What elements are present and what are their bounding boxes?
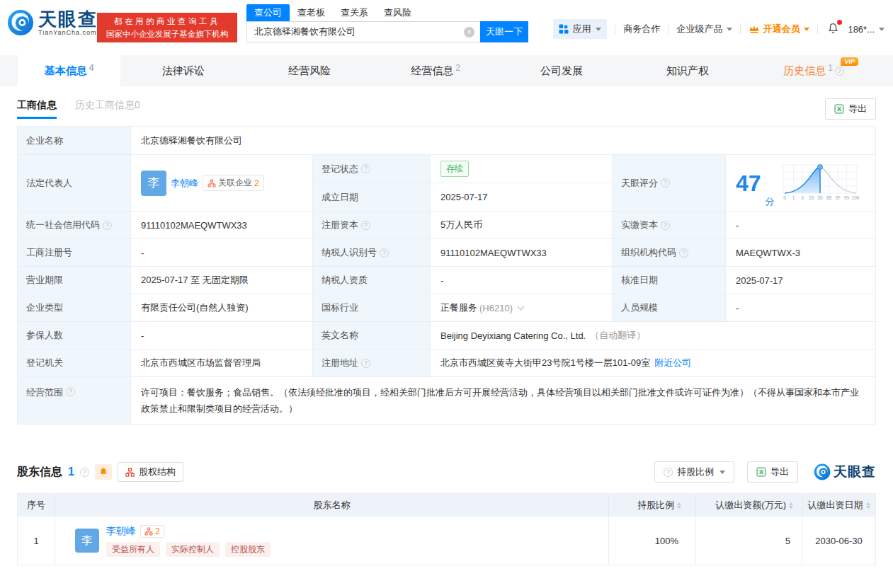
open-vip-menu[interactable]: 开通会员 [749,23,809,35]
search-tab-risk[interactable]: 查风险 [376,4,419,21]
svg-text:97: 97 [835,195,841,200]
score-value: 47 [736,172,761,195]
column-header-ratio[interactable]: 持股比例 [609,494,696,517]
field-label: 注册地址? [313,350,431,377]
help-icon[interactable]: ? [835,67,844,76]
legal-rep-cell: 李 李朝峰 关联企业 2 [131,155,313,212]
search-tab-company[interactable]: 查公司 [246,4,290,21]
tab-history-info[interactable]: VIP 历史信息 1 ? [751,55,877,86]
avatar[interactable]: 李 [141,171,166,196]
holding-ratio-filter[interactable]: ? 持股比例 [654,461,734,483]
score-unit: 分 [766,195,775,208]
shareholders-table: 序号 股东名称 持股比例 认缴出资额(万元) 认缴出资日期 1 李 李朝峰 [17,493,876,565]
score-curve-chart: 0 1 3 15 50 85 97 99 100 [782,163,860,203]
column-header-amount[interactable]: 认缴出资额(万元) [696,494,802,517]
field-label: 天眼评分? [613,155,726,212]
tab-operation-info[interactable]: 经营信息2 [372,55,499,86]
equity-structure-button[interactable]: 股权结构 [118,462,183,482]
svg-text:50: 50 [817,195,823,200]
field-label: 注册资本? [313,212,431,239]
account-menu[interactable]: 186*... [848,24,885,35]
shareholder-name-link[interactable]: 李朝峰 [106,525,136,538]
export-button[interactable]: X 导出 [825,98,876,120]
field-label: 企业类型 [18,294,131,322]
search-button[interactable]: 天眼一下 [480,21,528,42]
chevron-down-icon[interactable] [518,304,525,311]
subtab-business-info[interactable]: 工商信息 [17,99,57,119]
related-companies-badge[interactable]: 2 [140,525,164,538]
tab-company-development[interactable]: 公司发展 [499,55,625,86]
tab-basic-info[interactable]: 基本信息4 [18,55,120,86]
field-label: 国标行业 [313,294,431,322]
sort-icon[interactable] [677,502,681,509]
holding-ratio: 100% [609,517,696,565]
insured-count: - [131,322,313,350]
tab-legal[interactable]: 法律诉讼 [120,55,246,86]
help-icon[interactable]: ? [80,468,89,477]
field-label: 营业期限 [18,267,131,294]
avatar[interactable]: 李 [75,529,99,553]
column-header-date[interactable]: 认缴出资日期 [802,494,875,517]
svg-text:3: 3 [801,195,804,200]
notification-dot [837,20,842,25]
business-info-table: 企业名称 北京德驿湘餐饮有限公司 法定代表人 李 李朝峰 关联企业 2 登记状态… [17,126,876,425]
org-chart-icon [144,527,153,536]
tab-operation-risk[interactable]: 经营风险 [246,55,372,86]
export-button[interactable]: X 导出 [747,461,798,483]
top-header: 天眼查 TianYanCha.com 都在用的商业查询工具 国家中小企业发展子基… [0,0,893,44]
help-icon[interactable]: ? [679,248,688,258]
shareholders-header: 股东信息 1 ? 股权结构 ? 持股比例 X [17,461,876,483]
svg-text:85: 85 [826,195,831,200]
help-icon[interactable]: ? [361,359,370,368]
enterprise-products-menu[interactable]: 企业级产品 [676,23,732,35]
notifications-bell[interactable] [827,22,839,37]
help-icon[interactable]: ? [361,221,370,230]
org-chart-icon [207,179,216,188]
help-icon[interactable]: ? [103,221,112,230]
field-label: 人员规模 [613,294,726,322]
svg-text:0: 0 [783,195,786,200]
business-scope: 许可项目：餐饮服务；食品销售。（依法须经批准的项目，经相关部门批准后方可开展经营… [131,377,875,424]
tianyancha-logo-icon [814,463,831,480]
help-icon[interactable]: ? [66,387,75,396]
business-cooperation-link[interactable]: 商务合作 [623,23,660,35]
section-tabbar: 基本信息4 法律诉讼 经营风险 经营信息2 公司发展 知识产权 VIP 历史信息… [0,55,893,86]
establish-date: 2025-07-17 [431,183,613,212]
help-icon[interactable]: ? [661,178,670,188]
tianyan-score-cell[interactable]: 47 分 0 1 3 [726,155,875,212]
monitor-bell-button[interactable] [95,464,112,480]
search-input[interactable] [246,21,480,42]
tab-intellectual-property[interactable]: 知识产权 [625,55,751,86]
nearby-companies-link[interactable]: 附近公司 [654,357,691,369]
excel-icon: X [834,104,844,114]
svg-text:99: 99 [843,195,849,200]
search-tab-boss[interactable]: 查老板 [290,4,333,21]
tag-beneficial-owner: 受益所有人 [106,542,160,557]
english-name-cell: Beijing Deyixiang Catering Co., Ltd. （自动… [431,322,875,350]
registered-address-cell: 北京市西城区黄寺大街甲23号院1号楼一层101-09室 附近公司 [431,350,875,377]
business-reg-number: - [131,239,313,267]
tag-actual-controller: 实际控制人 [166,542,220,557]
tianyancha-logo[interactable]: 天眼查 TianYanCha.com [7,9,98,36]
search-tab-relation[interactable]: 查关系 [333,4,376,21]
clear-icon[interactable]: × [464,27,474,38]
field-label: 法定代表人 [18,155,131,212]
help-icon[interactable]: ? [661,221,670,230]
search-area: 查公司 查老板 查关系 查风险 × 天眼一下 [246,6,528,42]
field-label: 参保人数 [18,322,131,350]
help-icon[interactable]: ? [361,164,370,173]
sort-icon[interactable] [866,502,870,509]
column-header-name: 股东名称 [55,494,609,517]
legal-rep-link[interactable]: 李朝峰 [171,177,198,190]
subtab-history-business-info[interactable]: 历史工商信息0 [75,99,140,119]
sort-icon[interactable] [789,502,793,509]
field-label: 成立日期 [313,183,431,212]
crown-icon [749,24,760,34]
apps-menu[interactable]: 应用 [553,19,607,39]
help-icon[interactable]: ? [380,248,389,258]
business-info-subtabs: 工商信息 历史工商信息0 X 导出 [17,96,876,122]
column-header-index: 序号 [18,494,55,517]
bell-icon [98,467,108,477]
related-companies-badge[interactable]: 关联企业 2 [203,175,264,191]
field-label: 英文名称 [313,322,431,350]
